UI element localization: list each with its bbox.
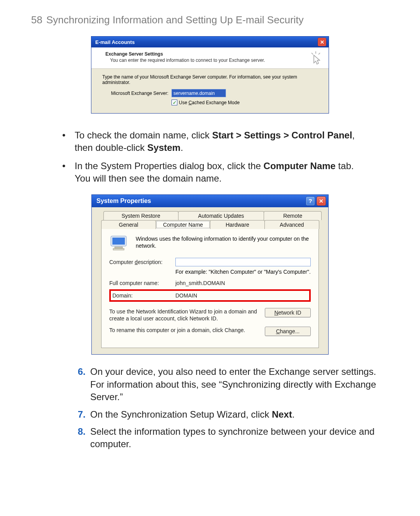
exchange-server-input[interactable] — [172, 89, 226, 97]
email-head-subtitle: You can enter the required information t… — [110, 58, 323, 63]
domain-row-highlighted: Domain: DOMAIN — [109, 289, 311, 302]
bullet-item: • To check the domain name, click Start … — [62, 129, 358, 154]
email-accounts-dialog: E-mail Accounts ✕ Exchange Server Settin… — [91, 36, 329, 114]
close-icon: ✕ — [319, 198, 324, 204]
computer-name-pane: Windows uses the following information t… — [101, 229, 319, 348]
change-button[interactable]: Change... — [265, 327, 311, 336]
network-id-text: To use the Network Identification Wizard… — [109, 308, 265, 322]
network-id-button[interactable]: Network ID — [265, 308, 311, 317]
pane-info-text: Windows uses the following information t… — [136, 235, 311, 251]
help-button[interactable]: ? — [306, 196, 315, 206]
domain-label: Domain: — [112, 292, 175, 299]
list-item: 8. Select the information types to synch… — [78, 425, 389, 451]
full-computer-name-value: john_smith.DOMAIN — [175, 280, 225, 286]
sysprop-titlebar: System Properties ? ✕ — [92, 195, 328, 207]
list-item: 7. On the Synchronization Setup Wizard, … — [78, 408, 389, 421]
domain-value: DOMAIN — [175, 292, 197, 299]
email-head-title: Exchange Server Settings — [105, 51, 323, 57]
svg-rect-4 — [112, 238, 125, 245]
list-text: Select the information types to synchron… — [90, 425, 389, 451]
svg-line-2 — [318, 53, 320, 54]
close-icon: ✕ — [320, 39, 324, 45]
cached-mode-checkbox[interactable]: ✓ — [172, 100, 177, 105]
computer-description-input[interactable] — [175, 258, 311, 266]
email-header-panel: Exchange Server Settings You can enter t… — [91, 47, 329, 69]
page-title: Synchronizing Information and Setting Up… — [46, 14, 304, 26]
svg-line-1 — [312, 53, 313, 54]
bullet-item: • In the System Properties dialog box, c… — [62, 160, 358, 185]
full-computer-name-label: Full computer name: — [109, 280, 175, 286]
exchange-server-label: Microsoft Exchange Server: — [102, 91, 172, 96]
tab-remote[interactable]: Remote — [264, 211, 322, 220]
tab-general[interactable]: General — [101, 220, 156, 229]
close-button[interactable]: ✕ — [318, 38, 326, 46]
tab-system-restore[interactable]: System Restore — [103, 211, 178, 220]
help-icon: ? — [308, 198, 312, 204]
computer-description-label: Computer description: — [109, 259, 175, 265]
change-text: To rename this computer or join a domain… — [109, 327, 265, 334]
list-item: 6. On your device, you also need to ente… — [78, 366, 389, 403]
cursor-icon — [310, 51, 322, 65]
email-body: Type the name of your Microsoft Exchange… — [91, 69, 329, 113]
tab-computer-name[interactable]: Computer Name — [156, 220, 210, 229]
description-hint: For example: "Kitchen Computer" or "Mary… — [175, 269, 311, 276]
svg-rect-6 — [113, 248, 124, 250]
close-button[interactable]: ✕ — [317, 196, 326, 206]
cached-mode-label: Use Cached Exchange Mode — [179, 100, 240, 105]
list-number: 8. — [78, 425, 90, 451]
tab-hardware[interactable]: Hardware — [210, 220, 265, 229]
sysprop-title: System Properties — [96, 198, 151, 205]
email-titlebar: E-mail Accounts ✕ — [91, 37, 329, 47]
bullet-marker: • — [62, 129, 75, 154]
tab-automatic-updates[interactable]: Automatic Updates — [178, 211, 264, 220]
list-number: 7. — [78, 408, 90, 421]
system-properties-dialog: System Properties ? ✕ System Restore Aut… — [91, 194, 329, 355]
page-header: 58Synchronizing Information and Setting … — [31, 14, 389, 26]
svg-rect-5 — [115, 247, 122, 248]
list-text: On your device, you also need to enter t… — [90, 366, 389, 403]
tab-advanced[interactable]: Advanced — [264, 220, 319, 229]
email-instructions: Type the name of your Microsoft Exchange… — [102, 74, 318, 85]
list-number: 6. — [78, 366, 90, 403]
email-title: E-mail Accounts — [95, 39, 135, 45]
page-number: 58 — [31, 14, 42, 26]
computer-icon — [109, 235, 128, 251]
numbered-list: 6. On your device, you also need to ente… — [78, 366, 389, 450]
bullet-list: • To check the domain name, click Start … — [62, 129, 358, 185]
bullet-marker: • — [62, 160, 75, 185]
